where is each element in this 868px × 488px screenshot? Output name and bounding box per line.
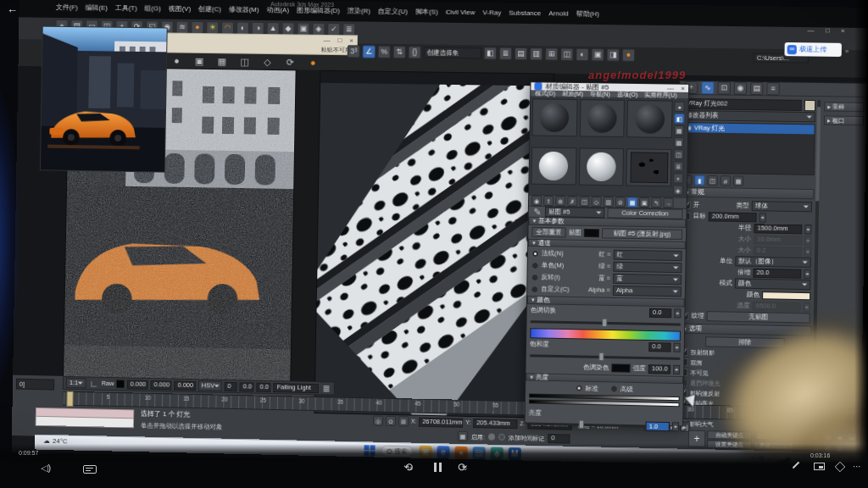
param-field[interactable]: 10.0mm bbox=[754, 235, 802, 245]
put-to-library-icon[interactable]: ▥ bbox=[604, 197, 614, 207]
param-dropdown[interactable]: 颜色 bbox=[735, 278, 811, 290]
grid-box-icon[interactable]: ▣ bbox=[297, 23, 309, 36]
menu-动画(A)[interactable]: 动画(A) bbox=[266, 7, 289, 14]
add-time-tag[interactable]: 添加时间标记 bbox=[509, 435, 544, 441]
curve-editor-icon[interactable]: ⊞ bbox=[545, 47, 558, 60]
tab-hierarchy[interactable]: ⊡ bbox=[717, 81, 730, 94]
menu-脚本(S)[interactable]: 脚本(S) bbox=[415, 8, 438, 15]
enable-dot2-icon[interactable] bbox=[498, 434, 505, 441]
upload-badge[interactable]: ∞ 极速上传 bbox=[784, 42, 842, 57]
go-forward-icon[interactable]: → bbox=[663, 197, 673, 208]
snap-3d-icon[interactable]: 3³ bbox=[348, 45, 360, 58]
dome-light-icon[interactable]: ◠ bbox=[221, 21, 234, 34]
schematic-view-icon[interactable]: ◫ bbox=[560, 48, 573, 61]
minimize-icon[interactable]: — bbox=[807, 27, 814, 34]
menu-编辑(E)[interactable]: 编辑(E) bbox=[86, 4, 108, 11]
isolate-selection-icon[interactable]: ◎ bbox=[373, 416, 383, 426]
brightness-field[interactable]: 1.0 bbox=[645, 421, 670, 431]
maximize-icon[interactable]: □ bbox=[826, 27, 830, 34]
refresh-icon[interactable]: ⟳ bbox=[284, 56, 297, 69]
sample-slot-5[interactable] bbox=[578, 147, 624, 186]
y-coordinate-field[interactable]: 205.433mm bbox=[473, 419, 517, 429]
me-minimize-icon[interactable]: — bbox=[667, 85, 674, 92]
saturation-spinner[interactable] bbox=[673, 342, 680, 352]
hue-shift-spinner[interactable] bbox=[674, 308, 681, 318]
grab-icon[interactable]: ▦ bbox=[458, 431, 468, 441]
me-menu-模式(D)[interactable]: 模式(D) bbox=[535, 90, 555, 96]
sphere-preview-icon[interactable]: ● bbox=[170, 54, 183, 67]
menu-V-Ray[interactable]: V-Ray bbox=[482, 9, 501, 16]
selection-set-field[interactable]: 创建选择集 bbox=[424, 47, 481, 58]
menu-文件(F)[interactable]: 文件(F) bbox=[56, 4, 78, 11]
rollout-general[interactable]: ▾ 常规 bbox=[682, 187, 815, 200]
channel-dropdown[interactable]: 红 bbox=[614, 250, 682, 262]
pause-icon[interactable] bbox=[434, 463, 442, 472]
background-icon[interactable]: ▦ bbox=[674, 125, 684, 136]
no-map-button[interactable]: 无贴图 bbox=[707, 311, 810, 323]
map-color-swatch[interactable] bbox=[584, 228, 599, 236]
options-icon[interactable]: ≣ bbox=[673, 161, 683, 171]
edit-pencil-icon[interactable] bbox=[793, 462, 799, 469]
select-by-material-icon[interactable]: ⌖ bbox=[673, 173, 683, 183]
layer-manager-icon[interactable]: ▤ bbox=[515, 47, 527, 60]
menu-创建(C)[interactable]: 创建(C) bbox=[198, 6, 221, 13]
menu-自定义(U)[interactable]: 自定义(U) bbox=[378, 8, 408, 15]
param-field[interactable]: 200.0mm bbox=[709, 212, 757, 222]
param-dropdown[interactable]: 默认（图像） bbox=[735, 256, 811, 268]
gem-icon[interactable]: ◈ bbox=[312, 23, 325, 36]
show-in-viewport-icon[interactable]: ▦ bbox=[627, 197, 637, 208]
brightness-spinner[interactable] bbox=[672, 422, 679, 431]
save-icon[interactable]: ▣ bbox=[193, 55, 206, 68]
me-menu-导航(N)[interactable]: 导航(N) bbox=[590, 91, 610, 97]
sample-type-icon[interactable]: ● bbox=[674, 102, 684, 112]
menu-Civil View[interactable]: Civil View bbox=[446, 9, 476, 16]
sample-slot-6[interactable] bbox=[626, 148, 672, 186]
standard-radio[interactable] bbox=[575, 385, 582, 392]
sample-slot-4[interactable] bbox=[531, 147, 576, 186]
x-coordinate-field[interactable]: 26708.011mm bbox=[419, 417, 463, 427]
backlight-icon[interactable]: ◧ bbox=[674, 114, 684, 124]
popup-minimize-icon[interactable]: — bbox=[324, 37, 331, 44]
mountain-icon[interactable]: ▲ bbox=[267, 22, 280, 35]
map-navigator-icon[interactable]: ◈ bbox=[673, 185, 683, 195]
reset-all-button[interactable]: 全部重置 bbox=[531, 226, 565, 237]
sample-slot-1[interactable] bbox=[531, 98, 577, 136]
tint-color-swatch[interactable] bbox=[611, 363, 630, 373]
menu-Arnold[interactable]: Arnold bbox=[548, 10, 568, 17]
assign-material-icon[interactable]: ⊕ bbox=[555, 196, 565, 206]
sample-slot-2[interactable] bbox=[579, 99, 625, 137]
menu-视图(V)[interactable]: 视图(V) bbox=[169, 6, 192, 13]
safe-frame-icon[interactable]: ◇ bbox=[261, 56, 274, 69]
popup-maximize-icon[interactable]: □ bbox=[337, 37, 342, 44]
param-spinner[interactable] bbox=[804, 269, 810, 278]
param-spinner[interactable] bbox=[760, 213, 766, 222]
remove-modifier-icon[interactable]: ⌀ bbox=[721, 175, 731, 186]
render-teapot-icon[interactable]: ● bbox=[307, 57, 320, 69]
clone-icon[interactable]: ◫ bbox=[238, 56, 251, 69]
me-menu-实用程序(U)[interactable]: 实用程序(U) bbox=[644, 92, 676, 98]
enable-dot-icon[interactable] bbox=[488, 434, 495, 441]
saturation-field[interactable]: 0.0 bbox=[648, 342, 670, 352]
list-icon[interactable]: ≣ bbox=[342, 23, 355, 36]
render-production-icon[interactable]: ● bbox=[622, 49, 635, 62]
angle-snap-icon[interactable]: ∠ bbox=[363, 45, 376, 58]
menu-lines-icon[interactable]: ≣ bbox=[321, 383, 331, 393]
diamond-icon[interactable]: ◆ bbox=[281, 22, 294, 35]
listener-mini-field[interactable]: 0] bbox=[16, 375, 55, 391]
menu-图形编辑器(D)[interactable]: 图形编辑器(D) bbox=[297, 8, 340, 15]
param-dropdown[interactable]: 球体 bbox=[752, 201, 812, 212]
param-spinner[interactable] bbox=[804, 225, 811, 234]
channel-radio[interactable] bbox=[531, 286, 538, 293]
lock-selection-icon[interactable]: ⊙ bbox=[386, 416, 396, 426]
object-color-swatch[interactable] bbox=[804, 99, 815, 110]
make-unique-stack-icon[interactable]: ◫ bbox=[707, 175, 717, 186]
percent-snap-icon[interactable]: % bbox=[378, 46, 391, 58]
show-end-result-icon[interactable]: ▣ bbox=[639, 197, 649, 208]
region-grid-icon[interactable]: ▦ bbox=[215, 55, 228, 68]
rendered-frame-window[interactable] bbox=[40, 26, 168, 173]
hue-shift-slider[interactable] bbox=[531, 320, 682, 325]
render-frame-icon[interactable]: ◨ bbox=[607, 48, 620, 61]
param-spinner[interactable] bbox=[804, 236, 811, 245]
back-icon[interactable]: ← bbox=[7, 3, 18, 14]
tab-modify[interactable]: ∿ bbox=[701, 81, 714, 94]
